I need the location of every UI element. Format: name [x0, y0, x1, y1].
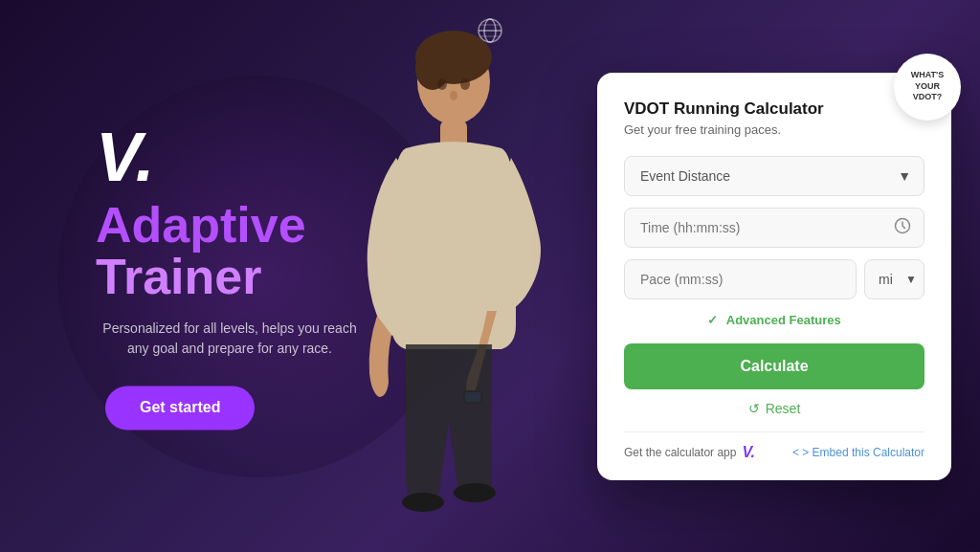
time-input[interactable]: [624, 208, 924, 248]
svg-point-8: [437, 78, 447, 90]
svg-point-15: [454, 483, 496, 502]
globe-icon[interactable]: [477, 17, 503, 50]
vdot-badge-line2: VDOT?: [902, 92, 953, 103]
footer-logo: V.: [742, 444, 755, 461]
time-field: [624, 208, 924, 248]
calculate-button[interactable]: Calculate: [624, 343, 924, 389]
svg-point-9: [460, 78, 470, 90]
subtext: Personalized for all levels, helps you r…: [96, 319, 364, 359]
reset-icon: ↺: [748, 401, 760, 416]
pace-input[interactable]: [624, 259, 857, 299]
get-started-button[interactable]: Get started: [105, 386, 255, 430]
footer-app-label: Get the calculator app: [624, 446, 736, 459]
headline-trainer: Trainer: [96, 252, 364, 304]
svg-point-14: [402, 493, 444, 512]
pace-row: mi km ▼: [624, 259, 924, 299]
clock-icon: [894, 217, 911, 238]
reset-button[interactable]: ↺ Reset: [624, 401, 924, 416]
brand-v: V.: [96, 122, 364, 191]
headline: Adaptive Trainer: [96, 199, 364, 303]
advanced-features-label: Advanced Features: [726, 313, 841, 327]
advanced-features-toggle[interactable]: ✓ Advanced Features: [624, 311, 924, 328]
calculator-footer: Get the calculator app V. < > Embed this…: [624, 431, 924, 461]
calculator-subtitle: Get your free training paces.: [624, 122, 924, 137]
headline-adaptive: Adaptive: [96, 199, 364, 252]
calculator-card: WHAT'S YOUR VDOT? VDOT Running Calculato…: [597, 73, 951, 480]
unit-select[interactable]: mi km: [864, 259, 924, 299]
reset-label: Reset: [766, 401, 801, 416]
vdot-badge-line1: WHAT'S YOUR: [902, 70, 953, 92]
vdot-badge[interactable]: WHAT'S YOUR VDOT?: [894, 54, 961, 121]
event-distance-field: Event Distance 5K 10K Half Marathon Mara…: [624, 156, 924, 196]
left-content: V. Adaptive Trainer Personalized for all…: [96, 122, 364, 430]
unit-select-wrap: mi km ▼: [864, 259, 924, 299]
embed-calculator-link[interactable]: < > Embed this Calculator: [792, 446, 924, 459]
calculator-title: VDOT Running Calculator: [624, 99, 924, 119]
event-distance-select[interactable]: Event Distance 5K 10K Half Marathon Mara…: [624, 156, 924, 196]
advanced-chevron-icon: ✓: [707, 313, 718, 327]
svg-point-10: [450, 91, 457, 100]
footer-left: Get the calculator app V.: [624, 444, 755, 461]
